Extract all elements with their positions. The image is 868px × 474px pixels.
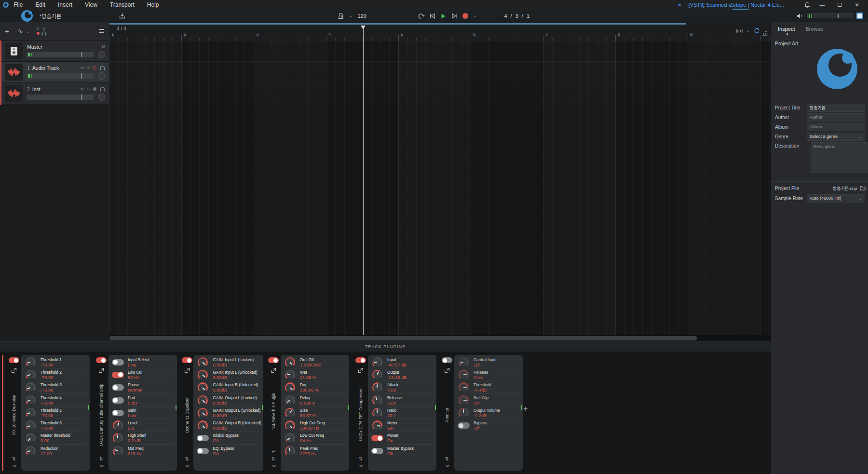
parameter-knob[interactable] [372, 420, 382, 431]
track-list-empty-area[interactable] [0, 104, 109, 334]
record-arm-icon[interactable] [37, 32, 40, 35]
sample-rate-select[interactable]: Auto (48000 Hz) ⌄ [807, 194, 865, 203]
plugin-power-toggle[interactable] [442, 357, 452, 363]
parameter-toggle[interactable] [458, 422, 470, 429]
collapse-icon[interactable]: >< [185, 464, 189, 469]
parameter-knob[interactable] [285, 357, 295, 367]
headphones-icon[interactable] [100, 66, 105, 70]
parameter-knob[interactable] [285, 382, 295, 393]
parameter-knob[interactable] [198, 395, 208, 406]
parameter-knob[interactable] [285, 446, 295, 456]
parameter-knob[interactable] [372, 357, 382, 367]
parameter-knob[interactable] [372, 395, 382, 406]
plugin-power-toggle[interactable] [182, 357, 192, 363]
folder-icon[interactable] [860, 186, 866, 190]
playhead-marker[interactable] [361, 26, 366, 29]
time-signature[interactable]: 4 / 4 [117, 26, 126, 31]
zoom-options-chevron-icon[interactable]: ⌄ [746, 28, 750, 33]
parameter-knob[interactable] [285, 395, 295, 406]
track-icon[interactable] [5, 85, 23, 102]
arrangement-grid[interactable] [109, 41, 771, 335]
plugin-expand-icon[interactable] [11, 367, 17, 373]
record-button[interactable] [462, 13, 469, 19]
pan-knob[interactable] [98, 94, 105, 101]
parameter-toggle[interactable] [112, 372, 124, 378]
parameter-knob[interactable] [198, 370, 208, 380]
notice-dismiss-icon[interactable]: ✕ [678, 2, 681, 8]
parameter-toggle[interactable] [371, 435, 383, 441]
track-row[interactable]: 1 Audio Track MS [0, 62, 109, 83]
collapse-icon[interactable]: >< [100, 464, 103, 469]
save-icon[interactable] [119, 13, 125, 19]
parameter-knob[interactable] [198, 357, 208, 367]
genre-select[interactable]: Select a genre ⌄ [807, 133, 865, 141]
timeline-ruler[interactable]: 4 / 4 12345678910 ⌄ ⌄ [109, 22, 771, 41]
mute-button[interactable]: M [81, 66, 84, 70]
collapse-icon[interactable]: >< [446, 464, 449, 469]
parameter-toggle[interactable] [112, 397, 124, 404]
waveform-logo-icon[interactable] [21, 10, 33, 22]
record-arm-icon[interactable] [93, 87, 96, 91]
parameter-knob[interactable] [459, 408, 469, 418]
parameter-knob[interactable] [26, 382, 36, 393]
record-arm-icon[interactable] [93, 66, 96, 69]
add-track-icon[interactable]: + [5, 27, 9, 35]
automation-wave-icon[interactable]: ∿ [18, 27, 23, 35]
parameter-knob[interactable] [372, 370, 382, 380]
parameter-knob[interactable] [26, 357, 36, 367]
plugin-power-toggle[interactable] [268, 357, 279, 363]
fader-icon[interactable]: ⇅ [271, 457, 275, 461]
parameter-knob[interactable] [26, 408, 36, 418]
solo-button[interactable]: S [87, 66, 90, 70]
plugin-power-toggle[interactable] [355, 357, 366, 363]
menu-help[interactable]: Help [147, 1, 159, 8]
fader-icon[interactable]: ⇅ [12, 457, 16, 461]
scan-notice-link[interactable]: [VST3] Scanned iZotope | Nectar 4 Ele... [688, 2, 784, 8]
solo-button[interactable]: S [87, 87, 90, 91]
lane-inst[interactable] [109, 83, 771, 105]
headphones-icon[interactable] [100, 87, 105, 92]
parameter-toggle[interactable] [112, 384, 124, 391]
parameter-knob[interactable] [372, 382, 382, 393]
track-icon[interactable] [5, 43, 23, 59]
track-filter-icon[interactable] [99, 29, 104, 33]
zoom-fit-icon[interactable] [736, 29, 743, 33]
lane-master[interactable] [109, 41, 771, 62]
go-to-start-icon[interactable] [430, 13, 435, 19]
horizontal-scrollbar-thumb[interactable] [109, 336, 697, 340]
album-input[interactable] [807, 123, 865, 131]
tempo-value[interactable]: 120 [357, 13, 366, 19]
parameter-knob[interactable] [26, 446, 36, 456]
plugin-power-toggle[interactable] [96, 357, 107, 363]
mute-button[interactable]: M [102, 44, 105, 49]
parameter-toggle[interactable] [197, 435, 209, 441]
close-button[interactable]: ✕ [852, 2, 862, 8]
minimize-button[interactable]: — [817, 2, 827, 8]
volume-slider-thumb[interactable] [838, 14, 839, 18]
metronome-icon[interactable] [338, 13, 344, 19]
collapse-icon[interactable]: >< [13, 464, 16, 469]
loop-icon[interactable] [418, 13, 425, 19]
record-options-chevron-icon[interactable]: ⌄ [474, 14, 477, 18]
parameter-knob[interactable] [26, 395, 36, 406]
author-input[interactable] [807, 113, 865, 122]
track-name[interactable]: Inst [32, 86, 41, 92]
parameter-knob[interactable] [285, 433, 295, 443]
parameter-knob[interactable] [26, 370, 36, 380]
speaker-icon[interactable] [797, 13, 803, 19]
headphones-icon[interactable] [41, 31, 46, 36]
pan-knob[interactable] [98, 51, 105, 58]
track-tools-chevron-icon[interactable]: ⌄ [26, 29, 30, 34]
parameter-knob[interactable] [459, 357, 469, 367]
lane-audio-track[interactable] [109, 62, 771, 83]
parameter-knob[interactable] [26, 420, 36, 431]
parameter-toggle[interactable] [197, 448, 209, 454]
plugin-expand-icon[interactable] [444, 367, 450, 373]
tempo-chevron-icon[interactable]: ⌄ [349, 14, 353, 18]
parameter-knob[interactable] [198, 382, 208, 393]
plugin-expand-icon[interactable] [358, 367, 364, 373]
plugin-expand-icon[interactable] [98, 367, 104, 373]
parameter-toggle[interactable] [112, 359, 124, 366]
project-title-input[interactable] [807, 104, 865, 112]
parameter-toggle[interactable] [371, 448, 383, 454]
